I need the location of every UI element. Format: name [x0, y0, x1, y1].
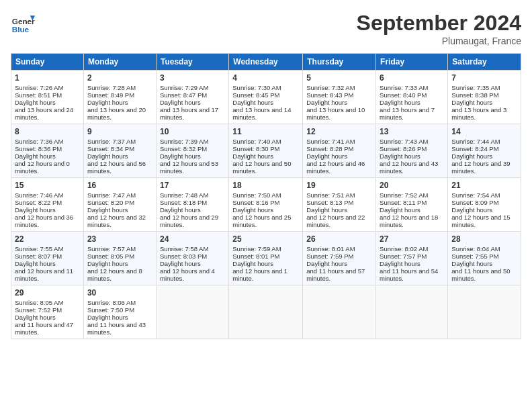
table-row: 27 Sunrise: 8:02 AM Sunset: 7:57 PM Dayl…: [376, 232, 448, 285]
table-row: 3 Sunrise: 7:29 AM Sunset: 8:47 PM Dayli…: [156, 71, 228, 124]
table-row: 22 Sunrise: 7:55 AM Sunset: 8:07 PM Dayl…: [11, 232, 84, 285]
svg-text:Blue: Blue: [12, 25, 30, 34]
empty-cell: [156, 285, 228, 339]
table-row: 21 Sunrise: 7:54 AM Sunset: 8:09 PM Dayl…: [448, 178, 521, 232]
table-row: 10 Sunrise: 7:39 AM Sunset: 8:32 PM Dayl…: [156, 124, 228, 178]
header-wednesday: Wednesday: [229, 54, 303, 71]
calendar-page: General Blue September 2024 Plumaugat, F…: [0, 0, 532, 346]
table-row: 28 Sunrise: 8:04 AM Sunset: 7:55 PM Dayl…: [448, 232, 521, 285]
month-title: September 2024: [357, 11, 521, 36]
table-row: 11 Sunrise: 7:40 AM Sunset: 8:30 PM Dayl…: [229, 124, 303, 178]
table-row: 14 Sunrise: 7:44 AM Sunset: 8:24 PM Dayl…: [448, 124, 521, 178]
table-row: 30 Sunrise: 8:06 AM Sunset: 7:50 PM Dayl…: [83, 285, 156, 339]
table-row: 18 Sunrise: 7:50 AM Sunset: 8:16 PM Dayl…: [229, 178, 303, 232]
table-row: 8 Sunrise: 7:36 AM Sunset: 8:36 PM Dayli…: [11, 124, 84, 178]
logo: General Blue: [11, 11, 38, 35]
table-row: 4 Sunrise: 7:30 AM Sunset: 8:45 PM Dayli…: [229, 71, 303, 124]
title-block: September 2024 Plumaugat, France: [357, 11, 521, 46]
table-row: 20 Sunrise: 7:52 AM Sunset: 8:11 PM Dayl…: [376, 178, 448, 232]
table-row: 5 Sunrise: 7:32 AM Sunset: 8:43 PM Dayli…: [303, 71, 376, 124]
table-row: 13 Sunrise: 7:43 AM Sunset: 8:26 PM Dayl…: [376, 124, 448, 178]
header-thursday: Thursday: [303, 54, 376, 71]
empty-cell: [448, 285, 521, 339]
weekday-header-row: Sunday Monday Tuesday Wednesday Thursday…: [11, 54, 521, 71]
table-row: 23 Sunrise: 7:57 AM Sunset: 8:05 PM Dayl…: [83, 232, 156, 285]
table-row: 25 Sunrise: 7:59 AM Sunset: 8:01 PM Dayl…: [229, 232, 303, 285]
header-sunday: Sunday: [11, 54, 84, 71]
calendar-table: Sunday Monday Tuesday Wednesday Thursday…: [11, 53, 521, 339]
header: General Blue September 2024 Plumaugat, F…: [11, 11, 521, 46]
location: Plumaugat, France: [357, 36, 521, 46]
table-row: 16 Sunrise: 7:47 AM Sunset: 8:20 PM Dayl…: [83, 178, 156, 232]
table-row: 6 Sunrise: 7:33 AM Sunset: 8:40 PM Dayli…: [376, 71, 448, 124]
table-row: 24 Sunrise: 7:58 AM Sunset: 8:03 PM Dayl…: [156, 232, 228, 285]
header-saturday: Saturday: [448, 54, 521, 71]
table-row: 19 Sunrise: 7:51 AM Sunset: 8:13 PM Dayl…: [303, 178, 376, 232]
empty-cell: [376, 285, 448, 339]
table-row: 7 Sunrise: 7:35 AM Sunset: 8:38 PM Dayli…: [448, 71, 521, 124]
table-row: 12 Sunrise: 7:41 AM Sunset: 8:28 PM Dayl…: [303, 124, 376, 178]
table-row: 2 Sunrise: 7:28 AM Sunset: 8:49 PM Dayli…: [83, 71, 156, 124]
empty-cell: [303, 285, 376, 339]
logo-icon: General Blue: [11, 11, 35, 35]
table-row: 29 Sunrise: 8:05 AM Sunset: 7:52 PM Dayl…: [11, 285, 84, 339]
table-row: 9 Sunrise: 7:37 AM Sunset: 8:34 PM Dayli…: [83, 124, 156, 178]
header-friday: Friday: [376, 54, 448, 71]
table-row: 17 Sunrise: 7:48 AM Sunset: 8:18 PM Dayl…: [156, 178, 228, 232]
empty-cell: [229, 285, 303, 339]
table-row: 15 Sunrise: 7:46 AM Sunset: 8:22 PM Dayl…: [11, 178, 84, 232]
header-monday: Monday: [83, 54, 156, 71]
header-tuesday: Tuesday: [156, 54, 228, 71]
table-row: 1 Sunrise: 7:26 AM Sunset: 8:51 PM Dayli…: [11, 71, 84, 124]
table-row: 26 Sunrise: 8:01 AM Sunset: 7:59 PM Dayl…: [303, 232, 376, 285]
